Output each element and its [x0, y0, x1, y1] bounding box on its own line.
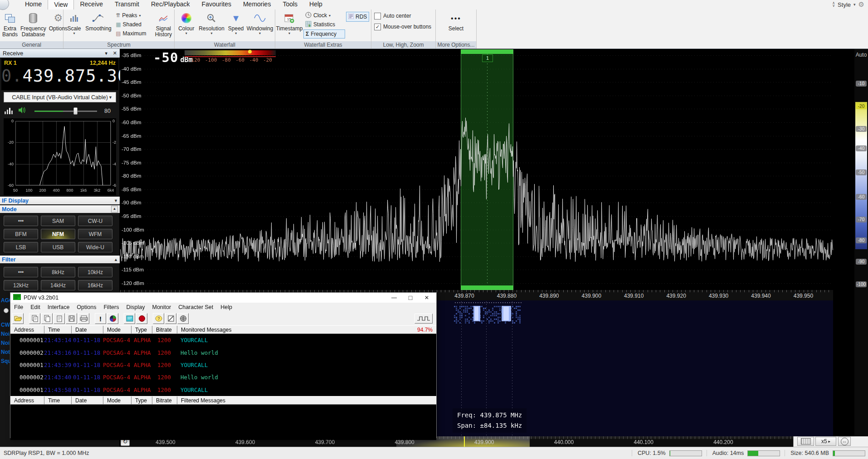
auto-center-checkbox-row[interactable]: ✓ Auto center: [372, 10, 434, 21]
column-filtered-messages[interactable]: Filtered Messages: [177, 396, 436, 404]
auto-center-checkbox[interactable]: ✓: [374, 13, 381, 19]
panel-dropdown-arrow-icon[interactable]: ▼: [104, 51, 108, 56]
waterfall-palette-bar[interactable]: -120 -100 -80 -60 -40 -20: [185, 50, 276, 63]
column-time[interactable]: Time: [44, 396, 71, 404]
tab-home[interactable]: Home: [19, 0, 48, 10]
pdw-menu-help[interactable]: Help: [217, 304, 236, 310]
mouse-over-buttons-checkbox[interactable]: ✓: [374, 24, 381, 30]
tab-receive[interactable]: Receive: [74, 0, 109, 10]
column-address[interactable]: Address: [10, 396, 44, 404]
keyboard-entry-button[interactable]: [797, 437, 814, 446]
monitored-messages-header[interactable]: Address Time Date Mode Type Bitrate Moni…: [10, 325, 436, 334]
app-menu-button[interactable]: [0, 0, 9, 10]
tab-transmit[interactable]: Transmit: [109, 0, 145, 10]
pdw-menu-character-set[interactable]: Character Set: [175, 304, 217, 310]
radio-button-icon[interactable]: [4, 308, 9, 313]
shaded-button[interactable]: ▦ Shaded: [114, 20, 152, 29]
audio-device-select[interactable]: CABLE Input (VB-Audio Virtual Cable) ▼: [4, 92, 116, 102]
level-color-bar[interactable]: Auto -10-20-30-40-50-60-70-80-90-100: [854, 49, 868, 447]
smoothing-button[interactable]: Smoothing: [84, 10, 113, 39]
column-bitrate[interactable]: Bitrate: [152, 326, 177, 333]
open-file-button[interactable]: [12, 313, 24, 324]
filter-button-12khz[interactable]: 12kHz: [4, 280, 38, 290]
signal-history-button[interactable]: Signal History: [154, 10, 173, 39]
tab-view[interactable]: View: [48, 0, 74, 10]
record-button[interactable]: [136, 313, 147, 324]
speed-button[interactable]: ▼ Speed ▾: [226, 10, 246, 39]
signal-scope-button[interactable]: [414, 314, 433, 324]
tab-help[interactable]: Help: [303, 0, 328, 10]
column-mode[interactable]: Mode: [103, 396, 131, 404]
if-display-collapse-icon[interactable]: ▼: [114, 198, 118, 203]
spectrum-display[interactable]: [120, 49, 833, 290]
peaks-button[interactable]: ⇈ Peaks ▾: [114, 11, 152, 19]
mode-button-cw-u[interactable]: CW-U: [78, 216, 112, 226]
mode-section-header[interactable]: Mode ▲: [0, 205, 120, 213]
frequency-database-button[interactable]: Frequency Database: [19, 10, 48, 39]
filter-section-header[interactable]: Filter ▲: [0, 256, 120, 263]
tab-favourites[interactable]: Favourites: [196, 0, 237, 10]
pan-mode-button[interactable]: ↔: [838, 437, 851, 446]
save-file-button[interactable]: [66, 313, 77, 324]
column-monitored-messages[interactable]: Monitored Messages: [177, 326, 414, 333]
pdw-menu-monitor[interactable]: Monitor: [148, 304, 175, 310]
pdw-minimize-button[interactable]: —: [387, 295, 401, 301]
panel-close-icon[interactable]: ✕: [113, 50, 117, 56]
palette-marker-dot[interactable]: [248, 50, 252, 53]
timestamp-button[interactable]: 15 Timestamp ▾: [276, 10, 302, 39]
mode-button-wide-u[interactable]: Wide-U: [78, 242, 112, 252]
tab-tools[interactable]: Tools: [277, 0, 303, 10]
mode-button-wfm[interactable]: WFM: [78, 229, 112, 239]
color-wheel-button[interactable]: [107, 313, 118, 324]
pdw-close-button[interactable]: ✕: [420, 295, 434, 301]
column-type[interactable]: Type: [131, 326, 152, 333]
pdw-maximize-button[interactable]: □: [404, 294, 417, 301]
help-button[interactable]: ?: [153, 313, 164, 324]
windowing-button[interactable]: Windowing ▾: [246, 10, 274, 39]
filtered-messages-header[interactable]: Address Time Date Mode Type Bitrate Filt…: [10, 396, 436, 405]
clock-button[interactable]: Clock ▾: [303, 11, 345, 19]
speaker-icon[interactable]: [18, 106, 26, 116]
alert-button[interactable]: !: [95, 313, 106, 324]
rds-toggle-button[interactable]: RDS: [346, 12, 369, 22]
column-type[interactable]: Type: [131, 396, 152, 404]
pdw-menu-interface[interactable]: Interface: [44, 304, 73, 310]
resolution-button[interactable]: Resolution ▾: [197, 10, 226, 39]
frequency-display[interactable]: RX 1 12,244 Hz 0.439.875.300: [1, 58, 118, 90]
extra-bands-button[interactable]: Extra Bands: [1, 10, 19, 39]
pdw-title-bar[interactable]: PDW v3.2b01 — □ ✕: [10, 293, 436, 303]
copy-page-button[interactable]: [54, 313, 65, 324]
volume-slider-handle[interactable]: [73, 107, 78, 115]
palette-gradient[interactable]: [185, 50, 276, 55]
tuned-frequency[interactable]: 0.439.875.300: [1, 66, 118, 86]
tab-rec-playback[interactable]: Rec/Playback: [145, 0, 196, 10]
receive-panel-header[interactable]: Receive ▼ ✕: [0, 49, 120, 58]
mode-scroll-up-icon[interactable]: ▲: [111, 206, 118, 213]
pdw-menu-options[interactable]: Options: [73, 304, 100, 310]
column-address[interactable]: Address: [10, 326, 44, 333]
mode-button-nfm[interactable]: NFM: [41, 229, 75, 239]
mute-toggle-button[interactable]: [165, 313, 176, 324]
print-button[interactable]: [78, 313, 89, 324]
equalizer-icon[interactable]: [5, 108, 13, 114]
column-bitrate[interactable]: Bitrate: [152, 396, 177, 404]
filter-button-14khz[interactable]: 14kHz: [41, 280, 75, 290]
pdw-menu-display[interactable]: Display: [122, 304, 148, 310]
mode-button-sam[interactable]: SAM: [41, 216, 75, 226]
filter-button-16khz[interactable]: 16kHz: [78, 280, 112, 290]
filter-collapse-icon[interactable]: ▲: [114, 257, 118, 262]
style-button[interactable]: Style: [838, 1, 851, 8]
globe-stats-button[interactable]: [177, 313, 189, 324]
volume-slider[interactable]: [34, 107, 97, 115]
colour-button[interactable]: Colour ▾: [176, 10, 197, 39]
channel-marker-badge[interactable]: 1: [482, 54, 493, 62]
if-display-section-header[interactable]: IF Display ▼: [0, 197, 120, 204]
mode-button-usb[interactable]: USB: [41, 242, 75, 252]
statistics-button[interactable]: 9 Statistics: [303, 20, 345, 29]
column-date[interactable]: Date: [71, 326, 103, 333]
mode-button-bfm[interactable]: BFM: [4, 229, 38, 239]
column-time[interactable]: Time: [44, 326, 71, 333]
tab-memories[interactable]: Memories: [237, 0, 277, 10]
scale-button[interactable]: Scale ▾: [64, 10, 84, 39]
filter-button-10khz[interactable]: 10kHz: [78, 267, 112, 277]
